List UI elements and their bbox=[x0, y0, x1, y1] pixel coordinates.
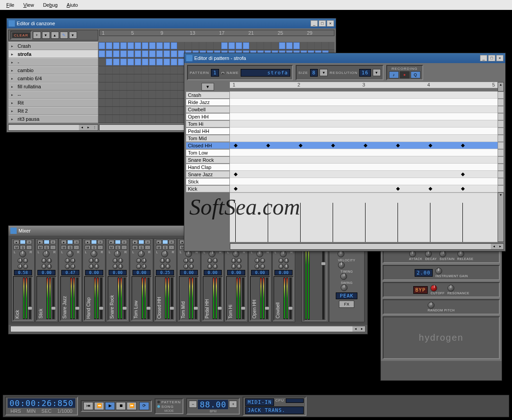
mode-pattern[interactable]: PATTERN bbox=[161, 400, 181, 404]
instrument-label[interactable]: Crash bbox=[186, 91, 230, 99]
fx2-knob[interactable] bbox=[142, 258, 146, 263]
up-button[interactable]: ▴ bbox=[51, 32, 59, 39]
instrument-row[interactable]: Tom Low bbox=[186, 149, 504, 156]
fader-handle[interactable] bbox=[146, 306, 151, 310]
play-button[interactable]: ▶ bbox=[105, 402, 115, 410]
fader-handle[interactable] bbox=[99, 306, 104, 310]
fx3-knob[interactable] bbox=[65, 264, 70, 269]
solo-button[interactable]: S bbox=[67, 245, 73, 250]
fx3-knob[interactable] bbox=[207, 264, 212, 269]
bypass-button[interactable]: · bbox=[145, 245, 151, 250]
instrument-label[interactable]: Tom Hi bbox=[186, 120, 230, 128]
channel-fader[interactable]: Closed HH bbox=[155, 276, 175, 320]
fader-handle[interactable] bbox=[193, 306, 198, 310]
song-editor-titlebar[interactable]: Editor di canzone _ □ × bbox=[7, 18, 336, 28]
fader-handle[interactable] bbox=[169, 306, 174, 310]
edit-button[interactable]: ≡ bbox=[145, 240, 151, 244]
pattern-number[interactable]: 1 bbox=[211, 69, 219, 77]
fx1-knob[interactable] bbox=[160, 258, 165, 263]
fx3-knob[interactable] bbox=[255, 264, 260, 269]
pattern-label[interactable]: cambio 6/4 bbox=[8, 74, 98, 82]
gain-knob[interactable] bbox=[435, 268, 442, 274]
instrument-row[interactable]: Open HH bbox=[186, 113, 504, 120]
instrument-row[interactable]: Hand Clap bbox=[186, 164, 504, 171]
note[interactable] bbox=[266, 144, 270, 147]
instrument-label[interactable]: Ride Jazz bbox=[186, 99, 230, 106]
instrument-row[interactable]: Snare Jazz bbox=[186, 171, 504, 178]
pattern-label[interactable]: cambio bbox=[8, 66, 98, 74]
pan-knob[interactable] bbox=[43, 251, 50, 257]
solo-button[interactable]: S bbox=[20, 245, 26, 250]
note[interactable] bbox=[364, 144, 367, 147]
pan-knob[interactable] bbox=[233, 251, 239, 257]
down-button[interactable]: ▾ bbox=[42, 32, 50, 39]
note[interactable] bbox=[234, 173, 238, 176]
scroll-up-button[interactable]: ▴ bbox=[498, 82, 504, 91]
fx2-knob[interactable] bbox=[284, 258, 289, 263]
master-fader[interactable] bbox=[304, 240, 326, 321]
size-value[interactable]: 8 bbox=[310, 69, 318, 77]
fader-handle[interactable] bbox=[51, 306, 56, 310]
pan-knob[interactable] bbox=[161, 251, 168, 257]
draw-mode-button[interactable]: ✎ bbox=[60, 32, 68, 39]
peak-button[interactable]: PEAK bbox=[336, 292, 358, 299]
minimize-button[interactable]: _ bbox=[480, 55, 487, 61]
resonance-knob[interactable] bbox=[448, 285, 454, 292]
note-grid[interactable] bbox=[230, 178, 498, 185]
record-button[interactable]: ● bbox=[400, 71, 410, 78]
fx1-knob[interactable] bbox=[65, 258, 70, 263]
fx1-knob[interactable] bbox=[136, 258, 141, 263]
fx3-knob[interactable] bbox=[183, 264, 188, 269]
note[interactable] bbox=[234, 187, 238, 191]
pan-knob[interactable] bbox=[114, 251, 121, 257]
pan-knob[interactable] bbox=[138, 251, 145, 257]
instrument-label[interactable]: Closed HH bbox=[186, 142, 230, 149]
instrument-label[interactable]: Kick bbox=[186, 185, 230, 192]
fader-handle[interactable] bbox=[288, 306, 293, 310]
instrument-row[interactable]: Stick bbox=[186, 178, 504, 185]
note[interactable] bbox=[429, 187, 432, 191]
fx3-knob[interactable] bbox=[279, 264, 283, 269]
note[interactable] bbox=[234, 144, 238, 147]
instrument-row[interactable]: Pedal HH bbox=[186, 128, 504, 135]
bypass-button[interactable]: · bbox=[121, 245, 127, 250]
note[interactable] bbox=[461, 187, 465, 191]
fader-handle[interactable] bbox=[27, 306, 32, 310]
note[interactable] bbox=[461, 144, 465, 147]
fx4-knob[interactable] bbox=[23, 264, 28, 269]
play-sample[interactable]: ▸ bbox=[14, 240, 19, 244]
fx2-knob[interactable] bbox=[165, 258, 170, 263]
note[interactable] bbox=[396, 144, 400, 147]
fx2-knob[interactable] bbox=[94, 258, 99, 263]
menu-view[interactable]: View bbox=[19, 1, 39, 9]
mute-button[interactable]: M bbox=[85, 245, 91, 250]
pitch-knob[interactable] bbox=[428, 302, 434, 309]
fx2-knob[interactable] bbox=[213, 258, 218, 263]
note-grid[interactable] bbox=[230, 164, 498, 171]
fx2-knob[interactable] bbox=[237, 258, 242, 263]
release-knob[interactable] bbox=[457, 251, 464, 257]
instrument-row[interactable]: Tom Hi bbox=[186, 120, 504, 128]
instrument-label[interactable]: Snare Rock bbox=[186, 156, 230, 164]
bpm-down[interactable]: − bbox=[189, 401, 197, 408]
play-sample[interactable]: ▸ bbox=[156, 240, 162, 244]
fx1-knob[interactable] bbox=[18, 258, 23, 263]
note-grid[interactable] bbox=[230, 120, 498, 128]
midi-in-label[interactable]: MIDI-IN bbox=[245, 398, 274, 406]
pattern-label[interactable]: - bbox=[8, 58, 98, 66]
rewind-button[interactable]: ⏮ bbox=[83, 402, 93, 410]
pattern-label[interactable]: -- bbox=[8, 91, 98, 99]
solo-button[interactable]: S bbox=[138, 245, 144, 250]
scroll-down-button[interactable]: ▾ bbox=[498, 192, 504, 242]
instrument-label[interactable]: Snare Jazz bbox=[186, 171, 230, 178]
quantize-button[interactable]: Q bbox=[411, 71, 421, 78]
instrument-row[interactable]: Snare Rock bbox=[186, 156, 504, 164]
pattern-scrollbar[interactable]: ◂▸ bbox=[230, 243, 504, 250]
loop-button[interactable]: ⟳ bbox=[139, 402, 149, 410]
note-grid[interactable] bbox=[230, 128, 498, 135]
pan-knob[interactable] bbox=[91, 251, 97, 257]
pattern-label[interactable]: fill rullatina bbox=[8, 82, 98, 91]
instrument-row[interactable]: Tom Mid bbox=[186, 135, 504, 142]
instrument-label[interactable]: Tom Low bbox=[186, 149, 230, 156]
attack-knob[interactable] bbox=[409, 251, 416, 257]
